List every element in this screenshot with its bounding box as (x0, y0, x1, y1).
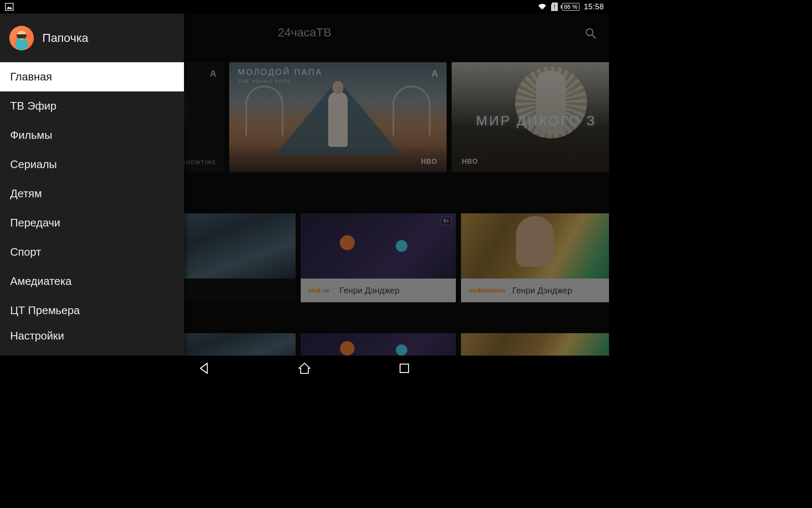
tv-row2-card-3[interactable] (301, 333, 456, 356)
hero-card-2[interactable]: МОЛОДОЙ ПАПА THE YOUNG POPE A HBO (229, 62, 447, 172)
hero-card-1-badge: A (210, 68, 217, 79)
hero-card-2-badge: A (431, 68, 438, 79)
svg-marker-8 (200, 363, 207, 373)
hero-card-2-title: МОЛОДОЙ ПАПА THE YOUNG POPE (238, 67, 322, 84)
search-button[interactable] (584, 27, 597, 41)
menu-item-kids[interactable]: Детям (0, 179, 184, 208)
menu-item-series[interactable]: Сериалы (0, 150, 184, 179)
menu-item-tv-live[interactable]: ТВ Эфир (0, 91, 184, 121)
android-status-bar: 86 % 15:58 (0, 0, 609, 14)
tv-card-3-title: Генри Дэнджер (340, 286, 400, 295)
recent-apps-icon (399, 363, 409, 373)
search-icon (584, 27, 597, 40)
tv-card-3[interactable]: 6+ nickHD Генри Дэнджер (301, 213, 456, 302)
svg-rect-10 (400, 364, 409, 373)
battery-text: 86 % (564, 3, 578, 10)
nav-back-button[interactable] (197, 361, 212, 376)
profile-name: Папочка (42, 31, 88, 45)
tv-card-4-channel: nickelodeon (469, 287, 505, 294)
menu-item-settings[interactable]: Настройки (0, 325, 184, 345)
svg-marker-2 (541, 9, 543, 11)
svg-rect-4 (554, 5, 555, 8)
hero-card-3[interactable]: МИР ДИКОГО З HBO (452, 62, 609, 172)
tv-card-4[interactable]: nickelodeon Генри Дэнджер (461, 213, 609, 302)
avatar (9, 26, 34, 50)
nav-home-button[interactable] (297, 361, 312, 376)
svg-line-7 (592, 35, 595, 38)
svg-rect-0 (5, 3, 14, 11)
tv-card-4-title: Генри Дэнджер (512, 286, 572, 295)
gallery-icon (5, 3, 14, 11)
back-icon (199, 362, 211, 374)
hero-card-2-network: HBO (421, 158, 437, 166)
app-window: 24часаТВ A SHOWTIME МОЛОДОЙ П (0, 14, 609, 356)
hero-card-3-network: HBO (462, 158, 478, 166)
tv-card-3-channel: nickHD (308, 287, 333, 294)
tv-row2-card-4[interactable] (461, 333, 609, 356)
menu-item-movies[interactable]: Фильмы (0, 121, 184, 150)
navigation-drawer: Папочка Главная ТВ Эфир Фильмы Сериалы Д… (0, 14, 184, 356)
nav-recent-button[interactable] (397, 361, 412, 376)
menu-item-home[interactable]: Главная (0, 62, 184, 91)
clock: 15:58 (584, 3, 604, 11)
menu-item-premiere[interactable]: ЦТ Премьера (0, 296, 184, 325)
drawer-menu: Главная ТВ Эфир Фильмы Сериалы Детям Пер… (0, 62, 184, 356)
tv-card-3-age: 6+ (441, 217, 452, 225)
wifi-icon (538, 3, 547, 11)
app-title: 24часаТВ (278, 26, 332, 39)
svg-marker-9 (299, 363, 310, 373)
android-nav-bar (0, 356, 609, 381)
menu-item-sport[interactable]: Спорт (0, 237, 184, 267)
svg-marker-1 (7, 6, 12, 9)
menu-item-shows[interactable]: Передачи (0, 208, 184, 237)
battery-indicator: 86 % (562, 3, 580, 11)
hero-card-1-network: SHOWTIME (182, 160, 217, 166)
sd-card-alert-icon (551, 3, 558, 11)
hero-card-3-title: МИР ДИКОГО З (476, 113, 596, 129)
svg-rect-5 (554, 8, 555, 9)
drawer-header[interactable]: Папочка (0, 14, 184, 62)
menu-item-amediateka[interactable]: Амедиатека (0, 267, 184, 296)
home-icon (298, 362, 311, 374)
